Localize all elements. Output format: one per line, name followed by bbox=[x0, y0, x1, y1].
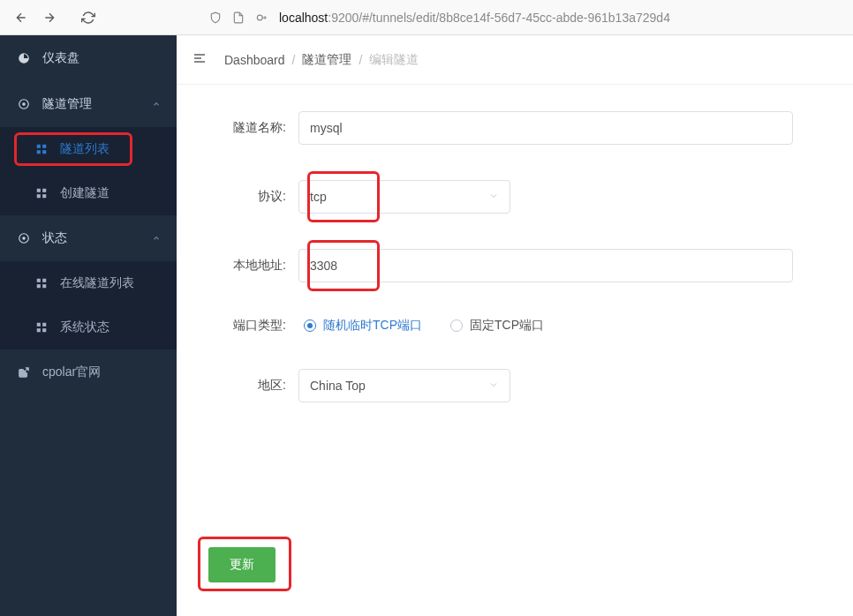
port-type-random-radio[interactable]: 随机临时TCP端口 bbox=[304, 318, 422, 334]
svg-rect-13 bbox=[37, 279, 41, 282]
sidebar-item-label: 在线隧道列表 bbox=[60, 275, 134, 291]
url-bar[interactable]: localhost:9200/#/tunnels/edit/8b8ce14f-5… bbox=[200, 4, 846, 32]
sidebar: 仪表盘 隧道管理 隧道列表 创建隧道 bbox=[0, 35, 177, 616]
radio-icon bbox=[304, 319, 316, 332]
svg-rect-19 bbox=[37, 328, 41, 332]
breadcrumb-dashboard[interactable]: Dashboard bbox=[224, 53, 285, 67]
svg-rect-10 bbox=[42, 194, 46, 198]
target-icon bbox=[16, 232, 32, 244]
radio-label: 固定TCP端口 bbox=[470, 318, 544, 334]
tunnel-name-input[interactable] bbox=[298, 111, 793, 145]
sidebar-item-status[interactable]: 状态 bbox=[0, 215, 177, 261]
sidebar-item-label: 隧道管理 bbox=[42, 96, 92, 112]
sidebar-item-tunnel-mgmt[interactable]: 隧道管理 bbox=[0, 81, 177, 127]
chevron-up-icon bbox=[152, 231, 161, 245]
protocol-label: 协议: bbox=[194, 189, 298, 205]
shield-icon bbox=[207, 11, 224, 24]
protocol-select[interactable]: tcp bbox=[298, 180, 510, 214]
grid-icon bbox=[34, 321, 49, 334]
local-addr-label: 本地地址: bbox=[194, 258, 298, 274]
chevron-down-icon bbox=[488, 379, 499, 393]
svg-rect-17 bbox=[37, 323, 41, 327]
svg-point-0 bbox=[257, 15, 262, 20]
dashboard-icon bbox=[16, 52, 32, 64]
target-icon bbox=[16, 98, 32, 110]
svg-rect-20 bbox=[42, 328, 46, 332]
page-icon bbox=[230, 11, 247, 24]
protocol-value: tcp bbox=[310, 190, 327, 204]
breadcrumb-edit-tunnel: 编辑隧道 bbox=[369, 52, 419, 68]
port-type-label: 端口类型: bbox=[194, 318, 298, 334]
region-value: China Top bbox=[310, 379, 366, 393]
svg-rect-16 bbox=[42, 284, 46, 288]
sidebar-item-label: 状态 bbox=[42, 230, 67, 246]
grid-icon bbox=[34, 143, 49, 155]
svg-rect-9 bbox=[37, 194, 41, 198]
forward-button[interactable] bbox=[35, 4, 64, 31]
sidebar-item-system-status[interactable]: 系统状态 bbox=[0, 305, 177, 349]
svg-rect-3 bbox=[37, 145, 41, 148]
sidebar-item-create-tunnel[interactable]: 创建隧道 bbox=[0, 171, 177, 215]
svg-rect-7 bbox=[37, 189, 41, 192]
svg-rect-14 bbox=[42, 279, 46, 282]
breadcrumb-separator: / bbox=[351, 53, 369, 67]
sidebar-item-label: 创建隧道 bbox=[60, 185, 109, 201]
back-button[interactable] bbox=[7, 4, 35, 31]
svg-point-12 bbox=[22, 237, 26, 240]
url-text: localhost:9200/#/tunnels/edit/8b8ce14f-5… bbox=[279, 11, 670, 25]
radio-label: 随机临时TCP端口 bbox=[323, 318, 422, 334]
breadcrumb: Dashboard / 隧道管理 / 编辑隧道 bbox=[177, 35, 853, 85]
sidebar-item-label: 仪表盘 bbox=[42, 50, 79, 66]
reload-button[interactable] bbox=[74, 4, 102, 31]
radio-icon bbox=[450, 319, 463, 332]
sidebar-item-cpolar-site[interactable]: cpolar官网 bbox=[0, 349, 177, 395]
region-select[interactable]: China Top bbox=[298, 369, 510, 402]
sidebar-item-label: 隧道列表 bbox=[60, 141, 109, 157]
region-label: 地区: bbox=[194, 378, 298, 394]
port-type-fixed-radio[interactable]: 固定TCP端口 bbox=[450, 318, 544, 334]
sidebar-item-online-list[interactable]: 在线隧道列表 bbox=[0, 261, 177, 305]
breadcrumb-separator: / bbox=[285, 53, 303, 67]
svg-rect-15 bbox=[37, 284, 41, 288]
svg-rect-6 bbox=[42, 150, 46, 154]
lock-icon bbox=[253, 11, 270, 24]
svg-point-2 bbox=[22, 102, 26, 106]
sidebar-item-label: 系统状态 bbox=[60, 319, 109, 335]
sidebar-item-label: cpolar官网 bbox=[42, 364, 101, 380]
grid-icon bbox=[34, 187, 49, 199]
svg-rect-18 bbox=[42, 323, 46, 327]
svg-rect-5 bbox=[37, 150, 41, 154]
svg-rect-4 bbox=[42, 145, 46, 148]
breadcrumb-tunnel-mgmt[interactable]: 隧道管理 bbox=[302, 52, 351, 68]
local-addr-input[interactable] bbox=[298, 249, 793, 282]
sidebar-item-tunnel-list[interactable]: 隧道列表 bbox=[0, 127, 177, 171]
submit-button[interactable]: 更新 bbox=[208, 547, 276, 582]
chevron-up-icon bbox=[152, 97, 161, 111]
tunnel-name-label: 隧道名称: bbox=[194, 120, 298, 136]
sidebar-item-dashboard[interactable]: 仪表盘 bbox=[0, 35, 177, 81]
menu-toggle-icon[interactable] bbox=[192, 51, 207, 68]
grid-icon bbox=[34, 277, 49, 289]
external-link-icon bbox=[16, 366, 32, 379]
svg-rect-8 bbox=[42, 189, 46, 192]
chevron-down-icon bbox=[488, 190, 499, 204]
